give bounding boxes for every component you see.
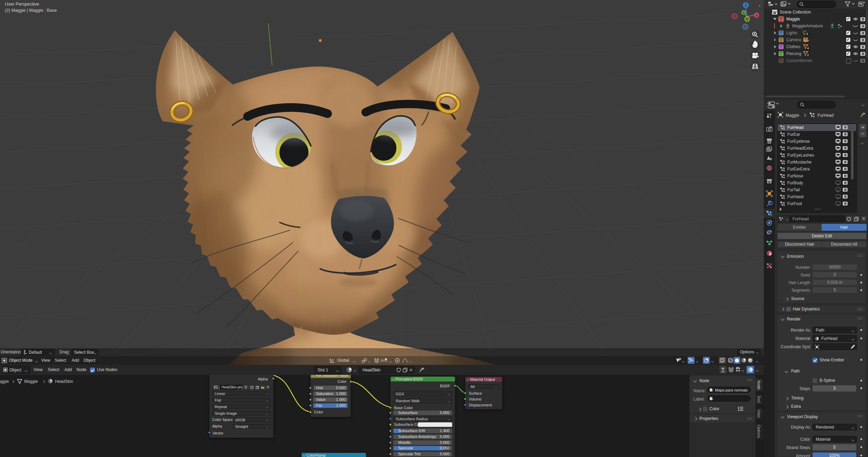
svg-text:Y: Y [743,11,745,15]
svg-text:Z: Z [745,3,747,7]
svg-text:X: X [755,14,758,17]
